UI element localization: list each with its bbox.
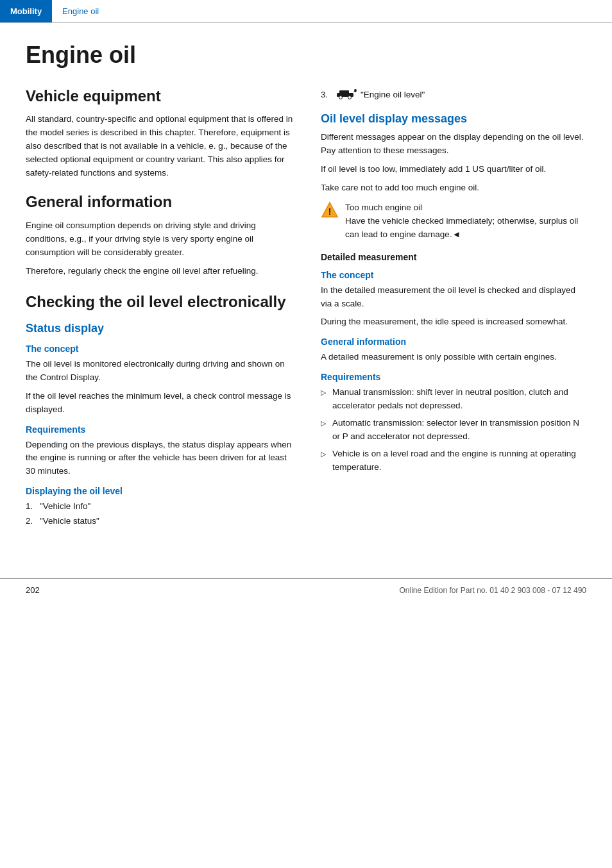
general-information-heading: General information: [26, 193, 295, 212]
page-title: Engine oil: [26, 42, 586, 68]
step-1: 1. "Vehicle Info": [26, 500, 295, 513]
svg-point-2: [339, 96, 343, 99]
step-3-line: 3. "Engine oil level": [321, 87, 586, 102]
oil-level-messages-section: Oil level display messages Different mes…: [321, 112, 586, 242]
detail-concept-heading: The concept: [321, 270, 586, 280]
detailed-measurement-section: Detailed measurement The concept In the …: [321, 252, 586, 474]
oil-level-messages-heading: Oil level display messages: [321, 112, 586, 126]
footer-edition: Online Edition for Part no. 01 40 2 903 …: [399, 586, 586, 595]
requirement-item-3: Vehicle is on a level road and the engin…: [321, 447, 586, 474]
detail-requirements-heading: Requirements: [321, 372, 586, 382]
general-information-section: General information Engine oil consumpti…: [26, 193, 295, 278]
concept-body2: If the oil level reaches the minimum lev…: [26, 390, 295, 417]
oil-level-steps: 1. "Vehicle Info" 2. "Vehicle status": [26, 500, 295, 528]
page-footer: 202 Online Edition for Part no. 01 40 2 …: [0, 578, 612, 601]
detail-general-info-heading: General information: [321, 337, 586, 347]
requirement-item-1: Manual transmission: shift lever in neut…: [321, 386, 586, 413]
general-information-body1: Engine oil consumption depends on drivin…: [26, 219, 295, 260]
vehicle-equipment-body: All standard, country-specific and optio…: [26, 113, 295, 180]
requirement-item-2: Automatic transmission: selector lever i…: [321, 417, 586, 444]
oil-messages-body2: If oil level is too low, immediately add…: [321, 163, 586, 176]
detail-general-info-body: A detailed measurement is only possible …: [321, 351, 586, 364]
right-column: 3. "Engine oil level": [321, 87, 586, 534]
engine-oil-icon: [336, 87, 357, 102]
detail-requirements-list: Manual transmission: shift lever in neut…: [321, 386, 586, 474]
svg-rect-1: [339, 90, 349, 94]
svg-point-3: [348, 96, 352, 99]
checking-oil-heading: Checking the oil level electronically: [26, 293, 295, 312]
requirements-body: Depending on the previous displays, the …: [26, 438, 295, 479]
general-information-body2: Therefore, regularly check the engine oi…: [26, 265, 295, 278]
warning-text-block: Too much engine oil Have the vehicle che…: [345, 201, 586, 242]
status-display-heading: Status display: [26, 322, 295, 336]
detailed-measurement-heading: Detailed measurement: [321, 252, 586, 262]
nav-bar: Mobility Engine oil: [0, 0, 612, 23]
displaying-oil-level-heading: Displaying the oil level: [26, 486, 295, 496]
detail-concept-body1: In the detailed measurement the oil leve…: [321, 284, 586, 311]
svg-text:!: !: [328, 206, 332, 217]
warning-title: Too much engine oil: [345, 201, 586, 215]
footer-page-number: 202: [26, 585, 40, 595]
vehicle-equipment-heading: Vehicle equipment: [26, 87, 295, 106]
oil-messages-body1: Different messages appear on the display…: [321, 131, 586, 158]
step-3-label: "Engine oil level": [361, 90, 425, 99]
warning-body: Have the vehicle checked immediately; ot…: [345, 215, 586, 242]
checking-oil-section: Checking the oil level electronically St…: [26, 293, 295, 528]
detail-concept-body2: During the measurement, the idle speed i…: [321, 315, 586, 329]
oil-messages-body3: Take care not to add too much engine oil…: [321, 181, 586, 195]
main-content: Engine oil Vehicle equipment All standar…: [0, 23, 612, 559]
requirements-heading: Requirements: [26, 424, 295, 435]
concept-body1: The oil level is monitored electronicall…: [26, 358, 295, 385]
warning-triangle-icon: !: [321, 201, 339, 219]
nav-mobility[interactable]: Mobility: [0, 0, 52, 22]
step-2: 2. "Vehicle status": [26, 515, 295, 528]
left-column: Vehicle equipment All standard, country-…: [26, 87, 295, 534]
warning-block: ! Too much engine oil Have the vehicle c…: [321, 201, 586, 242]
svg-line-4: [353, 91, 355, 92]
two-column-layout: Vehicle equipment All standard, country-…: [26, 87, 586, 534]
concept-heading: The concept: [26, 344, 295, 354]
vehicle-equipment-section: Vehicle equipment All standard, country-…: [26, 87, 295, 180]
nav-engine-oil[interactable]: Engine oil: [52, 0, 109, 22]
